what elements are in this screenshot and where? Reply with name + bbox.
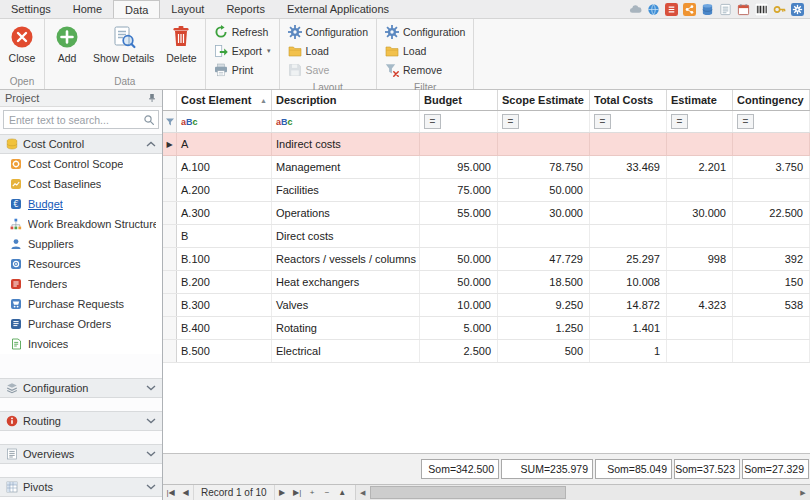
description-cell[interactable]: Indirect costs [272,133,420,155]
total-costs-cell[interactable] [590,225,667,247]
menu-tab-settings[interactable]: Settings [0,0,62,18]
barcode-icon[interactable] [755,3,768,16]
total-costs-cell[interactable]: 25.297 [590,248,667,270]
nav-group-routing[interactable]: Routing [0,411,162,431]
sidebar-item-purchase-orders[interactable]: Purchase Orders [0,314,162,334]
export-button[interactable]: Export▾ [208,41,277,60]
grid-row-b-100[interactable]: B.100Reactors / vessels / columns50.0004… [163,248,810,271]
cost-element-cell[interactable]: A.200 [177,179,272,201]
total-costs-cell[interactable]: 14.872 [590,294,667,316]
cost-element-cell[interactable]: B [177,225,272,247]
total-costs-cell[interactable] [590,133,667,155]
description-cell[interactable]: Reactors / vessels / columns [272,248,420,270]
scope-estimate-cell[interactable]: 500 [498,340,590,362]
grid-row-b-300[interactable]: B.300Valves10.0009.25014.8724.323538 [163,294,810,317]
load-button[interactable]: Load [282,41,374,60]
scrollbar-thumb[interactable] [370,486,566,499]
filter-cell-budget[interactable]: = [420,111,498,132]
cost-element-cell[interactable]: B.500 [177,340,272,362]
menu-tab-reports[interactable]: Reports [215,0,276,18]
estimate-cell[interactable] [667,271,733,293]
scope-estimate-cell[interactable] [498,225,590,247]
estimate-cell[interactable] [667,179,733,201]
sidebar-item-suppliers[interactable]: Suppliers [0,234,162,254]
estimate-cell[interactable]: 2.201 [667,156,733,178]
nav-group-overviews[interactable]: Overviews [0,444,162,464]
grid-row-a-300[interactable]: A.300Operations55.00030.00030.00022.500 [163,202,810,225]
show-details-button[interactable]: Show Details [87,21,160,65]
contingency-cell[interactable] [733,225,810,247]
search-input[interactable] [7,114,143,126]
add-button[interactable]: Add [47,21,87,65]
total-costs-cell[interactable]: 33.469 [590,156,667,178]
equals-filter-button[interactable]: = [737,114,754,129]
edit-record-button[interactable]: ▲ [335,486,350,500]
sidebar-item-purchase-requests[interactable]: Purchase Requests [0,294,162,314]
scope-estimate-cell[interactable]: 50.000 [498,179,590,201]
equals-filter-button[interactable]: = [671,114,688,129]
search-icon[interactable] [143,114,155,126]
last-record-button[interactable]: ▶| [290,486,305,500]
budget-cell[interactable] [420,133,498,155]
calendar-icon[interactable] [737,3,750,16]
budget-cell[interactable]: 10.000 [420,294,498,316]
sidebar-item-cost-baselines[interactable]: Cost Baselines [0,174,162,194]
scope-estimate-cell[interactable]: 47.729 [498,248,590,270]
column-header-estimate[interactable]: Estimate [667,90,733,110]
grid-row-a-100[interactable]: A.100Management95.00078.75033.4692.2013.… [163,156,810,179]
contingency-cell[interactable] [733,317,810,339]
configuration-button[interactable]: Configuration [379,22,471,41]
description-cell[interactable]: Valves [272,294,420,316]
notes-icon[interactable] [719,3,732,16]
budget-cell[interactable]: 2.500 [420,340,498,362]
budget-cell[interactable]: 55.000 [420,202,498,224]
budget-cell[interactable] [420,225,498,247]
cost-element-cell[interactable]: B.400 [177,317,272,339]
contingency-cell[interactable]: 538 [733,294,810,316]
estimate-cell[interactable] [667,340,733,362]
share-icon[interactable] [683,3,696,16]
menu-tab-home[interactable]: Home [62,0,113,18]
prev-record-button[interactable]: ◀ [178,486,193,500]
remove-button[interactable]: Remove [379,60,471,79]
grid-row-b-500[interactable]: B.500Electrical2.5005001 [163,340,810,363]
sidebar-item-cost-control-scope[interactable]: Cost Control Scope [0,154,162,174]
configuration-button[interactable]: Configuration [282,22,374,41]
dropdown-arrow-icon[interactable]: ▾ [267,47,271,55]
sidebar-item-work-breakdown-structure[interactable]: Work Breakdown Structure [0,214,162,234]
column-header-contingency[interactable]: Contingency [733,90,810,110]
menu-tab-layout[interactable]: Layout [160,0,215,18]
sidebar-item-resources[interactable]: Resources [0,254,162,274]
scope-estimate-cell[interactable]: 30.000 [498,202,590,224]
filter-cell-cost-element[interactable]: aBc [177,111,272,132]
budget-cell[interactable]: 5.000 [420,317,498,339]
menu-tab-data[interactable]: Data [113,0,160,18]
column-header-cost-element[interactable]: Cost Element▲ [177,90,272,110]
estimate-cell[interactable]: 998 [667,248,733,270]
contingency-cell[interactable] [733,179,810,201]
contingency-cell[interactable] [733,133,810,155]
sidebar-item-budget[interactable]: €Budget [0,194,162,214]
contingency-cell[interactable]: 3.750 [733,156,810,178]
equals-filter-button[interactable]: = [424,114,441,129]
horizontal-scrollbar[interactable]: ◀ ▶ [355,485,810,500]
settings-icon[interactable] [791,3,804,16]
sidebar-item-tenders[interactable]: Tenders [0,274,162,294]
menu-tab-external-applications[interactable]: External Applications [276,0,400,18]
grid-row-a[interactable]: ▶AIndirect costs [163,133,810,156]
cost-element-cell[interactable]: A.300 [177,202,272,224]
budget-cell[interactable]: 50.000 [420,271,498,293]
scroll-right-button[interactable]: ▶ [796,485,810,500]
delete-button[interactable]: Delete [160,21,202,65]
column-header-scope-estimate[interactable]: Scope Estimate [498,90,590,110]
grid-row-b-200[interactable]: B.200Heat exchangers50.00018.50010.00815… [163,271,810,294]
close-button[interactable]: Close [2,21,42,65]
refresh-button[interactable]: Refresh [208,22,277,41]
append-record-button[interactable]: + [305,486,320,500]
load-button[interactable]: Load [379,41,471,60]
cost-element-cell[interactable]: B.100 [177,248,272,270]
grid-row-b-400[interactable]: B.400Rotating5.0001.2501.401 [163,317,810,340]
filter-cell-scope-estimate[interactable]: = [498,111,590,132]
scope-estimate-cell[interactable]: 1.250 [498,317,590,339]
applications-icon[interactable] [665,3,678,16]
